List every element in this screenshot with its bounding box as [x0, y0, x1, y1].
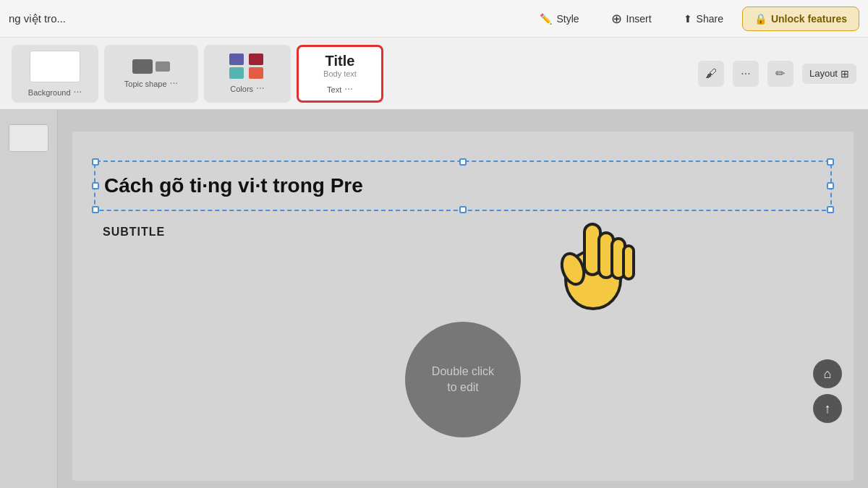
- layout-grid-icon: ⊞: [841, 68, 849, 80]
- topic-shape-preview: [132, 59, 170, 74]
- handle-right-mid[interactable]: [827, 182, 834, 189]
- colors-label: Colors: [230, 85, 253, 93]
- title-text: Cách gõ ti·ng vi·t trong Pre: [104, 174, 363, 197]
- text-card[interactable]: Title Body text Text ···: [297, 45, 383, 103]
- handle-bottom-left[interactable]: [92, 206, 99, 213]
- top-toolbar: ng việt tro... ✏️ Style ⊕ Insert ⬆ Share…: [0, 0, 868, 38]
- paint-icon: 🖌: [705, 67, 717, 80]
- layout-label: Layout: [809, 68, 838, 79]
- lock-icon: 🔒: [754, 13, 767, 25]
- shape-rect-small: [156, 61, 170, 72]
- left-panel: [0, 110, 58, 488]
- text-card-title: Title: [326, 53, 355, 69]
- eraser-icon: ✏: [775, 67, 785, 80]
- handle-bottom-right[interactable]: [827, 206, 834, 213]
- home-icon: ⌂: [824, 367, 832, 382]
- background-preview: [30, 51, 80, 82]
- shape-rect-large: [132, 59, 153, 74]
- circle-line2: to edit: [447, 380, 479, 395]
- handle-top-mid[interactable]: [459, 158, 467, 166]
- style-icon: ✏️: [540, 13, 552, 25]
- main-area: Cách gõ ti·ng vi·t trong Pre SUBTITLE Do…: [0, 110, 868, 488]
- handle-top-left[interactable]: [92, 158, 99, 166]
- share-icon: ⬆: [684, 13, 692, 25]
- share-button[interactable]: ⬆ Share: [671, 7, 736, 30]
- background-card[interactable]: Background ···: [12, 45, 98, 103]
- color-swatch-4: [249, 67, 263, 79]
- more-icon: ···: [741, 67, 750, 80]
- color-swatch-3: [229, 67, 244, 79]
- unlock-button[interactable]: 🔒 Unlock features: [742, 7, 859, 31]
- right-float-buttons: ⌂ ↑: [813, 359, 842, 423]
- right-icons: 🖌 ··· ✏ Layout ⊞: [698, 61, 856, 87]
- colors-preview: [229, 53, 265, 79]
- up-arrow-icon: ↑: [825, 401, 831, 416]
- insert-button[interactable]: ⊕ Insert: [598, 5, 665, 33]
- colors-card[interactable]: Colors ···: [204, 45, 291, 103]
- handle-top-right[interactable]: [827, 158, 834, 166]
- app-title: ng việt tro...: [9, 12, 66, 25]
- mini-slide[interactable]: [9, 124, 48, 152]
- up-float-button[interactable]: ↑: [813, 394, 842, 423]
- color-swatch-2: [249, 53, 263, 65]
- background-more-icon[interactable]: ···: [74, 85, 82, 97]
- handle-left-mid[interactable]: [92, 182, 99, 189]
- circle-line1: Double click: [432, 364, 494, 380]
- more-icon-btn[interactable]: ···: [733, 61, 759, 87]
- text-more-icon[interactable]: ···: [344, 82, 353, 94]
- background-label: Background: [28, 88, 71, 97]
- colors-more-icon[interactable]: ···: [256, 82, 265, 93]
- text-card-body: Body text: [323, 69, 357, 78]
- color-swatch-1: [229, 53, 244, 65]
- secondary-toolbar: Background ··· Topic shape ··· Colors ··…: [0, 38, 868, 110]
- layout-button[interactable]: Layout ⊞: [802, 64, 856, 84]
- topic-shape-more-icon[interactable]: ···: [170, 77, 179, 88]
- home-float-button[interactable]: ⌂: [813, 359, 842, 388]
- canvas-area: Cách gõ ti·ng vi·t trong Pre SUBTITLE Do…: [58, 110, 868, 488]
- title-box[interactable]: Cách gõ ti·ng vi·t trong Pre: [94, 160, 832, 211]
- style-button[interactable]: ✏️ Style: [527, 7, 592, 30]
- insert-icon: ⊕: [611, 11, 622, 27]
- topic-shape-label: Topic shape: [124, 80, 167, 88]
- text-label: Text: [327, 85, 341, 94]
- paint-icon-btn[interactable]: 🖌: [698, 61, 724, 87]
- handle-bottom-mid[interactable]: [459, 206, 467, 213]
- slide-content[interactable]: Cách gõ ti·ng vi·t trong Pre SUBTITLE Do…: [72, 132, 854, 481]
- subtitle-text: SUBTITLE: [103, 226, 165, 239]
- topic-shape-card[interactable]: Topic shape ···: [104, 45, 198, 103]
- circle-edit-button[interactable]: Double click to edit: [405, 322, 521, 437]
- eraser-icon-btn[interactable]: ✏: [767, 61, 793, 87]
